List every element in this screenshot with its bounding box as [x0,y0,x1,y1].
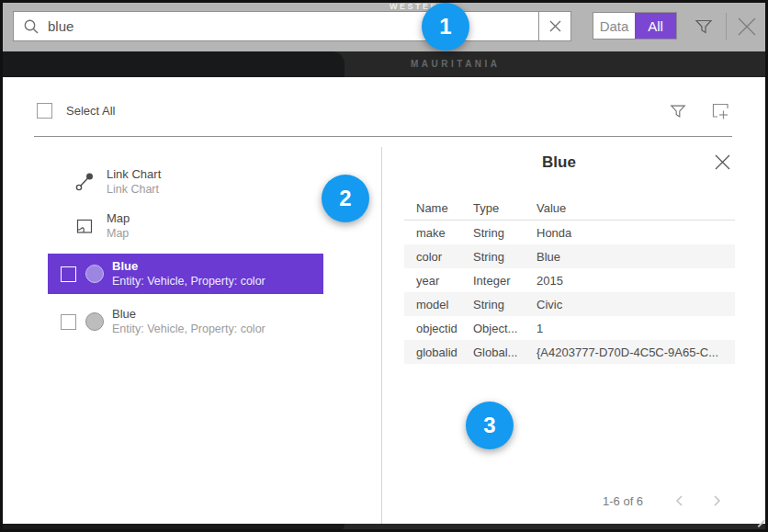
callout-number: 1 [439,14,451,40]
add-to-selection-icon[interactable] [710,101,730,121]
list-item-title: Blue [112,307,265,322]
table-row: objectid Object... 1 [404,316,735,340]
cell-value: Blue [536,250,735,264]
list-item-subtitle: Link Chart [107,182,161,197]
table-row: color String Blue [404,244,735,268]
result-checkbox[interactable] [61,314,76,330]
cell-name: globalid [404,345,473,359]
search-icon [23,18,40,35]
toggle-all[interactable]: All [635,13,676,39]
column-header-type: Type [473,201,536,215]
cell-value: {A4203777-D70D-4C5C-9A65-C... [536,345,735,359]
cell-name: color [404,250,473,264]
detail-title: Blue [382,153,736,172]
cell-type: Integer [473,274,536,288]
next-page-icon[interactable] [709,493,724,508]
results-panel: Select All [3,77,765,524]
list-item-blue[interactable]: Blue Entity: Vehicle, Property: color [48,301,323,342]
search-toolbar: WESTER Data All [3,3,765,51]
detail-close-icon[interactable] [714,153,731,171]
cell-name: year [404,274,473,288]
header-divider [34,136,732,137]
cell-value: Civic [536,298,735,311]
map-country-label: MAURITANIA [411,59,501,69]
cell-type: String [473,298,536,311]
cell-type: String [473,226,536,240]
list-item-link-chart[interactable]: Link Chart Link Chart [48,162,323,202]
list-item-title: Map [107,211,130,226]
select-all-checkbox[interactable] [37,103,52,119]
cell-name: make [404,226,473,240]
cell-name: model [404,298,473,311]
cell-type: String [473,250,536,264]
cell-type: Global... [473,345,536,359]
entity-dot-icon [85,265,104,283]
callout-badge-1: 1 [422,3,469,51]
select-all-row: Select All [37,101,115,119]
table-row: globalid Global... {A4203777-D70D-4C5C-9… [404,340,735,364]
callout-number: 3 [483,413,495,438]
callout-badge-3: 3 [466,402,514,449]
cell-name: objectid [404,322,473,335]
close-search-icon[interactable] [735,15,759,39]
table-row: model String Civic [404,292,735,316]
pagination: 1-6 of 6 [382,492,736,511]
cell-type: Object... [473,322,536,335]
app-window: MAURITANIA WESTER Data [0,0,768,532]
toolbar-separator [726,13,727,40]
callout-number: 2 [339,186,351,211]
pagination-label: 1-6 of 6 [603,494,643,508]
table-row: year Integer 2015 [404,268,735,292]
column-header-name: Name [404,201,473,215]
attribute-table: Name Type Value make String Honda color … [404,197,735,364]
result-checkbox[interactable] [61,266,76,282]
cell-value: Honda [536,226,735,240]
callout-badge-2: 2 [322,175,369,222]
search-clear-button[interactable] [539,12,570,40]
link-chart-icon [74,172,95,192]
list-item-blue-selected[interactable]: Blue Entity: Vehicle, Property: color [48,254,323,294]
select-all-label: Select All [66,104,115,118]
filter-icon[interactable] [694,17,714,37]
map-icon [74,216,95,236]
list-item-title: Blue [112,259,265,274]
list-item-subtitle: Entity: Vehicle, Property: color [112,274,265,289]
list-item-map[interactable]: Map Map [48,206,323,246]
previous-page-icon[interactable] [672,493,687,508]
column-header-value: Value [536,201,735,215]
table-header: Name Type Value [404,197,735,221]
cell-value: 1 [536,322,735,335]
scope-toggle: Data All [593,12,677,40]
list-item-subtitle: Entity: Vehicle, Property: color [112,322,265,336]
resize-handle[interactable] [752,515,765,527]
search-box [13,11,571,41]
table-row: make String Honda [404,221,735,244]
list-item-subtitle: Map [107,226,130,241]
cell-value: 2015 [536,274,735,288]
toggle-data[interactable]: Data [593,13,635,39]
results-filter-icon[interactable] [669,102,687,120]
entity-dot-icon [85,312,104,331]
list-item-title: Link Chart [107,167,161,182]
panel-vertical-divider [381,147,382,524]
